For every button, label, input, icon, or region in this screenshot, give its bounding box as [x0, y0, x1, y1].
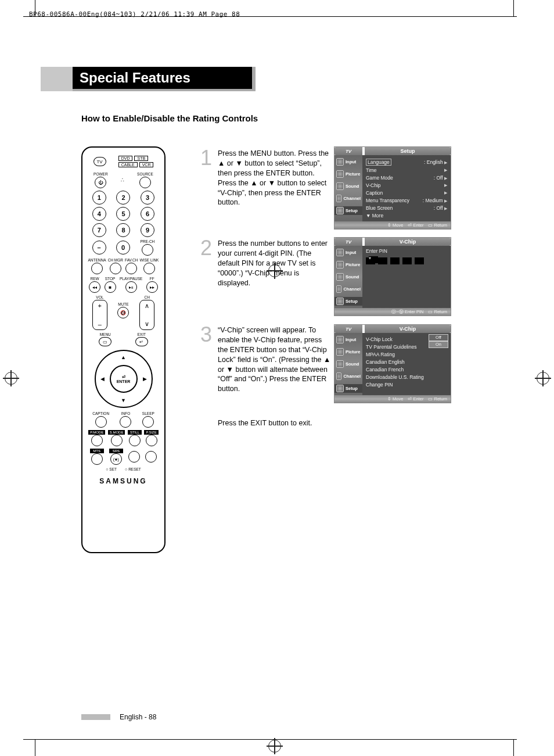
chevron-right-icon: ▶	[444, 183, 447, 188]
exit-label: EXIT	[138, 332, 146, 336]
option-toggle[interactable]: Off On	[429, 334, 448, 348]
channel-icon	[336, 285, 341, 293]
source-label: SOURCE	[137, 172, 153, 176]
registration-mark	[268, 740, 281, 753]
foot-return: Return	[434, 396, 447, 402]
registration-mark	[537, 372, 549, 385]
side-sound[interactable]: Sound	[334, 360, 362, 368]
dpad[interactable]: ▲ ▼ ◀ ▶ ⏎ENTER	[95, 350, 153, 408]
key-3[interactable]: 3	[141, 191, 154, 205]
still-button[interactable]	[129, 435, 141, 446]
menu-item[interactable]: MPAA Rating	[366, 352, 395, 357]
menu-button[interactable]: ▭	[99, 337, 111, 346]
setup-icon	[336, 207, 344, 214]
key-4[interactable]: 4	[92, 207, 106, 221]
info-button[interactable]	[120, 416, 131, 428]
sleep-button[interactable]	[142, 416, 154, 428]
menu-item[interactable]: V-Chip Lock	[366, 336, 393, 342]
pmode-button[interactable]	[91, 435, 103, 446]
side-channel[interactable]: Channel	[334, 285, 362, 293]
side-setup[interactable]: Setup	[334, 206, 362, 215]
smode-button[interactable]	[111, 435, 123, 446]
menu-more[interactable]: ▼ More	[366, 213, 383, 218]
menu-item[interactable]: Change PIN	[366, 382, 393, 388]
channel-rocker[interactable]: ∧∨	[139, 300, 154, 330]
option-on[interactable]: On	[429, 341, 448, 348]
osd-title: V-Chip	[365, 325, 451, 333]
side-input[interactable]: Input	[334, 335, 362, 344]
key-dash[interactable]: –	[92, 241, 106, 255]
sound-icon	[336, 360, 344, 368]
pin-input-boxes[interactable]: *	[366, 257, 447, 264]
exit-button[interactable]: ↵	[135, 337, 148, 346]
prech-button[interactable]	[142, 244, 153, 256]
extra-button-1[interactable]	[128, 451, 140, 463]
prech-label: PRE-CH	[140, 239, 154, 243]
osd-tv-badge: TV	[334, 147, 362, 155]
option-off[interactable]: Off	[429, 334, 448, 341]
mode-dvd-button[interactable]: DVD	[118, 156, 133, 161]
enter-button[interactable]: ⏎ENTER	[110, 365, 138, 393]
sound-icon	[336, 182, 344, 190]
side-channel[interactable]: Channel	[334, 194, 362, 203]
key-5[interactable]: 5	[116, 207, 130, 221]
mts-button[interactable]	[91, 453, 103, 465]
source-button[interactable]	[139, 177, 151, 188]
dpad-up-icon: ▲	[121, 354, 126, 360]
chmgr-label: CH MGR	[108, 258, 123, 262]
srs-button[interactable]: (●)	[110, 453, 122, 465]
wiselink-button[interactable]	[143, 263, 155, 274]
key-2[interactable]: 2	[116, 191, 130, 205]
side-picture[interactable]: Picture	[334, 347, 362, 356]
mode-tv-button[interactable]: TV	[93, 157, 106, 166]
osd-vchip-menu: TV V-Chip Input Picture Sound Channel Se…	[334, 324, 451, 403]
stop-button[interactable]: ■	[105, 281, 116, 293]
menu-item[interactable]: Menu Transparency	[366, 198, 409, 203]
antenna-button[interactable]	[91, 263, 103, 274]
key-1[interactable]: 1	[92, 191, 106, 205]
side-sound[interactable]: Sound	[334, 182, 362, 191]
side-channel[interactable]: Channel	[334, 372, 362, 381]
power-button[interactable]: ⏻	[95, 177, 106, 188]
side-picture[interactable]: Picture	[334, 260, 362, 269]
menu-item[interactable]: Time	[366, 167, 377, 173]
menu-item[interactable]: Canadian French	[366, 367, 404, 372]
side-setup[interactable]: Setup	[334, 384, 362, 393]
menu-item[interactable]: Blue Screen	[366, 205, 393, 211]
psize-button[interactable]	[146, 435, 157, 446]
crop-mark	[23, 739, 517, 740]
menu-item[interactable]: TV Parental Guidelines	[366, 344, 416, 350]
extra-button-2[interactable]	[145, 451, 157, 463]
side-input[interactable]: Input	[334, 157, 362, 166]
key-9[interactable]: 9	[141, 223, 154, 237]
chmgr-button[interactable]	[110, 263, 121, 274]
menu-item[interactable]: Canadian English	[366, 359, 405, 365]
mode-vcr-button[interactable]: VCR	[139, 162, 154, 167]
key-6[interactable]: 6	[141, 207, 154, 221]
favch-button[interactable]	[125, 263, 137, 274]
side-input[interactable]: Input	[334, 248, 362, 257]
side-sound[interactable]: Sound	[334, 273, 362, 281]
mode-cable-button[interactable]: CABLE	[118, 162, 138, 167]
menu-item[interactable]: V-Chip	[366, 182, 381, 188]
play-button[interactable]: ▸ιι	[125, 281, 137, 293]
menu-item[interactable]: Caption	[366, 190, 383, 196]
mute-button[interactable]: 🔇	[117, 307, 129, 318]
menu-item[interactable]: Language	[366, 159, 391, 166]
ff-button[interactable]: ▸▸	[146, 281, 158, 293]
menu-item[interactable]: Downloadable U.S. Rating	[366, 374, 424, 380]
side-picture[interactable]: Picture	[334, 170, 362, 178]
menu-item[interactable]: Game Mode	[366, 175, 393, 181]
key-8[interactable]: 8	[116, 223, 130, 237]
remote-illustration: TV DVD STB CABLE VCR POWER ⏻ ∴ SOURCE	[81, 146, 166, 553]
side-setup[interactable]: Setup	[334, 297, 362, 306]
key-7[interactable]: 7	[92, 223, 106, 237]
volume-rocker[interactable]: +–	[92, 300, 107, 330]
caption-button[interactable]	[95, 416, 107, 428]
rew-button[interactable]: ◂◂	[89, 281, 100, 293]
mode-stb-button[interactable]: STB	[134, 156, 148, 161]
key-0[interactable]: 0	[116, 241, 130, 255]
osd-sidebar: Input Picture Sound Channel Setup	[334, 155, 362, 221]
ch-label: CH	[144, 295, 149, 299]
osd-vchip-pin: TV V-Chip Input Picture Sound Channel Se…	[334, 237, 451, 316]
